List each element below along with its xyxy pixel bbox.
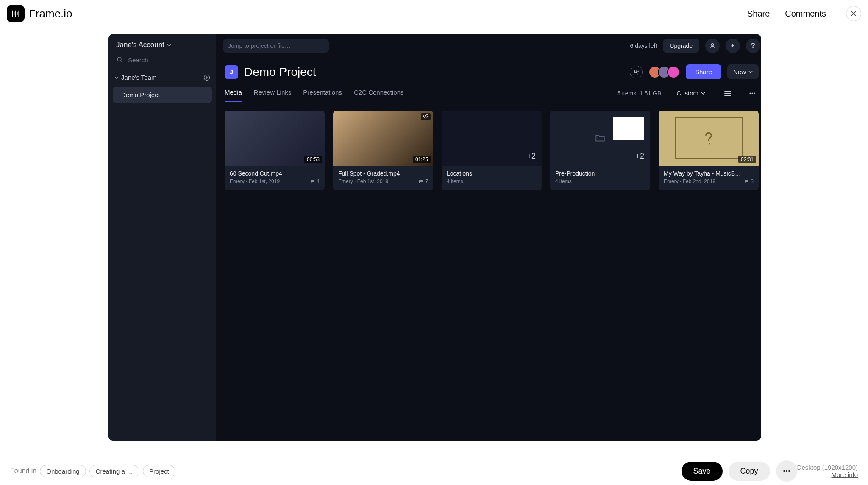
media-thumbnail: 00:53 [225, 111, 325, 166]
trial-days-left: 6 days left [630, 42, 657, 49]
project-stats: 5 items, 1.51 GB [617, 90, 661, 97]
comment-icon [418, 179, 423, 184]
comment-count-value: 4 [317, 178, 320, 184]
comment-count-value: 7 [425, 178, 428, 184]
folder-more-count: +2 [635, 152, 644, 161]
media-grid: 00:53 60 Second Cut.mp4 Emery · Feb 1st,… [216, 102, 761, 199]
duration-badge: 00:53 [304, 156, 322, 163]
media-card[interactable]: v2 01:25 Full Spot - Graded.mp4 Emery · … [333, 111, 433, 190]
svg-point-0 [117, 57, 121, 61]
comment-icon [744, 179, 749, 184]
topbar-share-link[interactable]: Share [740, 9, 777, 19]
user-icon [709, 42, 716, 49]
media-card-subtitle: Emery · Feb 2nd, 2019 [664, 178, 715, 184]
team-label: Jane's Team [121, 74, 156, 81]
main-header: 6 days left Upgrade ? [216, 34, 761, 58]
folder-card-title: Pre-Production [555, 170, 645, 177]
sidebar-search[interactable] [108, 56, 216, 70]
tab-c2c-connections[interactable]: C2C Connections [354, 84, 404, 102]
save-button[interactable]: Save [682, 462, 723, 481]
question-mark-icon: ? [751, 42, 755, 50]
svg-point-5 [751, 92, 753, 94]
sidebar-team-row[interactable]: Jane's Team [108, 70, 216, 85]
collaborator-avatars[interactable] [648, 66, 680, 78]
close-icon [850, 10, 857, 17]
folder-thumbnail: +2 [550, 111, 650, 166]
svg-point-9 [788, 470, 790, 472]
tag-onboarding[interactable]: Onboarding [40, 465, 86, 477]
found-in-label: Found in [10, 467, 36, 475]
bottom-more-button[interactable] [776, 460, 797, 482]
avatar [667, 66, 680, 78]
folder-more-count: +2 [527, 152, 536, 161]
chevron-down-icon [167, 43, 171, 47]
ellipsis-icon [782, 466, 791, 476]
header-bolt-button[interactable] [726, 39, 740, 53]
tag-project[interactable]: Project [143, 465, 175, 477]
duration-badge: 02:31 [738, 156, 756, 163]
sort-dropdown[interactable]: Custom [676, 89, 705, 97]
brand-name: Frame.io [29, 7, 72, 20]
view-toggle-button[interactable] [721, 87, 734, 100]
account-switcher[interactable]: Jane's Account [108, 34, 216, 56]
svg-point-3 [634, 70, 637, 72]
account-label: Jane's Account [116, 41, 164, 49]
comment-count: 4 [310, 178, 320, 184]
add-project-button[interactable] [203, 74, 210, 81]
svg-point-7 [783, 470, 785, 472]
search-icon [116, 56, 124, 64]
svg-point-8 [786, 470, 787, 472]
browser-topbar: Frame.io Share Comments [0, 0, 868, 27]
close-button[interactable] [846, 6, 861, 21]
header-user-button[interactable] [705, 39, 720, 53]
media-card[interactable]: 00:53 60 Second Cut.mp4 Emery · Feb 1st,… [225, 111, 325, 190]
folder-card-subtitle: 4 items [447, 178, 463, 184]
svg-point-4 [749, 92, 751, 94]
media-card-subtitle: Emery · Feb 1st, 2019 [230, 178, 280, 184]
folder-icon [595, 133, 606, 144]
main-pane: 6 days left Upgrade ? J Demo Project [216, 34, 761, 441]
header-help-button[interactable]: ? [746, 39, 760, 53]
chevron-down-icon [748, 70, 753, 74]
folder-card[interactable]: +2 Locations 4 items [442, 111, 542, 190]
new-button-label: New [733, 68, 746, 75]
jump-to-input[interactable] [223, 39, 329, 53]
list-view-icon [724, 89, 732, 97]
copy-button[interactable]: Copy [729, 462, 770, 481]
share-button[interactable]: Share [686, 64, 721, 79]
media-card-title: 60 Second Cut.mp4 [230, 170, 320, 177]
more-options-button[interactable] [746, 87, 759, 100]
media-thumbnail: 02:31 [659, 111, 759, 166]
tag-creating-a[interactable]: Creating a … [89, 465, 139, 477]
brand-logo-icon [7, 5, 25, 22]
svg-point-2 [711, 44, 713, 46]
project-bar: J Demo Project Share New [216, 58, 761, 81]
lightning-icon [730, 43, 736, 49]
topbar-divider [840, 7, 840, 20]
user-plus-icon [633, 69, 640, 75]
album-art-icon [675, 117, 743, 159]
tab-review-links[interactable]: Review Links [254, 84, 291, 102]
media-card-title: My Way by Tayha - MusicB… [664, 170, 754, 177]
upgrade-button[interactable]: Upgrade [663, 39, 699, 53]
search-input[interactable] [128, 56, 209, 64]
new-button[interactable]: New [727, 64, 759, 79]
comment-count: 7 [418, 178, 428, 184]
more-info-link[interactable]: More info [797, 471, 858, 478]
media-card-subtitle: Emery · Feb 1st, 2019 [338, 178, 388, 184]
app-frame: Jane's Account Jane's Team Demo Project [108, 34, 761, 441]
topbar-comments-link[interactable]: Comments [777, 9, 834, 19]
folder-card[interactable]: +2 Pre-Production 4 items [550, 111, 650, 190]
sidebar-project-demo[interactable]: Demo Project [113, 87, 212, 103]
doc-preview-icon [613, 117, 644, 140]
svg-point-6 [754, 92, 755, 94]
comment-icon [310, 179, 315, 184]
tab-presentations[interactable]: Presentations [303, 84, 342, 102]
comment-count: 3 [744, 178, 754, 184]
tab-media[interactable]: Media [225, 84, 242, 102]
comment-count-value: 3 [751, 178, 754, 184]
sort-dropdown-label: Custom [676, 89, 698, 97]
add-collaborator-button[interactable] [630, 66, 643, 78]
sidebar-project-label: Demo Project [121, 91, 160, 98]
media-card[interactable]: 02:31 My Way by Tayha - MusicB… Emery · … [659, 111, 759, 190]
